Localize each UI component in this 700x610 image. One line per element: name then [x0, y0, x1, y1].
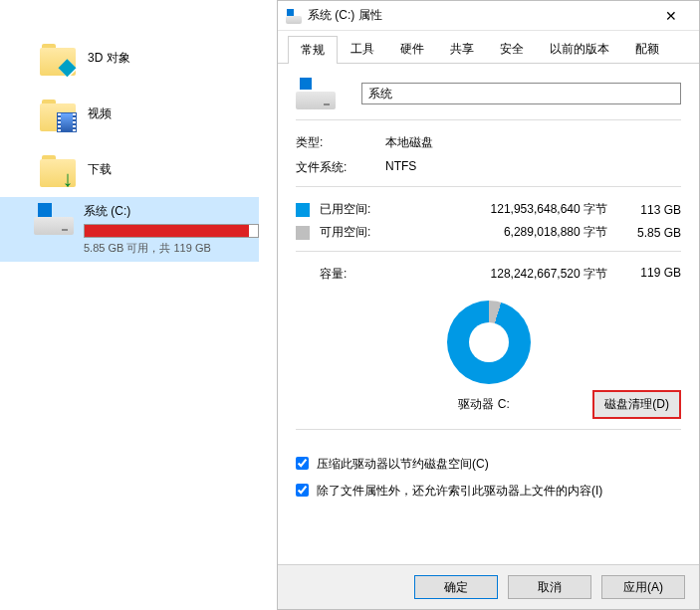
used-space-label: 已用空间:	[320, 201, 409, 218]
index-label: 除了文件属性外，还允许索引此驱动器上文件的内容(I)	[317, 483, 602, 500]
film-icon	[56, 111, 78, 133]
divider	[296, 186, 681, 187]
drive-icon	[296, 78, 336, 109]
capacity-label: 容量:	[320, 266, 395, 283]
download-arrow-icon: ↓	[58, 169, 78, 189]
titlebar: 系统 (C:) 属性 ✕	[278, 1, 699, 31]
filesystem-value: NTFS	[385, 159, 416, 176]
apply-button[interactable]: 应用(A)	[601, 575, 685, 599]
folder-downloads[interactable]: ↓ 下载	[0, 141, 277, 197]
divider	[296, 251, 681, 252]
free-space-human: 5.85 GB	[625, 226, 681, 240]
cube-3d-icon: ◆	[56, 56, 78, 78]
tab-strip: 常规 工具 硬件 共享 安全 以前的版本 配额	[278, 31, 699, 64]
dialog-title: 系统 (C:) 属性	[308, 7, 651, 24]
free-space-swatch	[296, 226, 310, 240]
used-space-human: 113 GB	[625, 203, 681, 217]
capacity-human: 119 GB	[625, 266, 681, 283]
disk-cleanup-button[interactable]: 磁盘清理(D)	[592, 390, 681, 419]
folder-label: 视频	[88, 105, 112, 122]
folder-label: 3D 对象	[88, 50, 130, 67]
divider	[296, 429, 681, 430]
dialog-footer: 确定 取消 应用(A)	[278, 564, 699, 609]
tab-general[interactable]: 常规	[288, 36, 338, 64]
drive-name-input[interactable]	[361, 83, 681, 104]
index-checkbox-row[interactable]: 除了文件属性外，还允许索引此驱动器上文件的内容(I)	[296, 483, 681, 500]
drive-usage-bar	[84, 224, 259, 238]
folder-label: 下载	[88, 161, 112, 178]
folder-icon: ◆	[40, 40, 76, 76]
drive-icon	[286, 8, 302, 24]
free-space-label: 可用空间:	[320, 224, 409, 241]
properties-dialog: 系统 (C:) 属性 ✕ 常规 工具 硬件 共享 安全 以前的版本 配额 类型:…	[277, 0, 700, 610]
drive-subtext: 5.85 GB 可用，共 119 GB	[84, 241, 259, 256]
folder-icon	[40, 96, 76, 131]
free-space-bytes: 6,289,018,880 字节	[409, 224, 625, 241]
ok-button[interactable]: 确定	[414, 575, 498, 599]
used-space-bytes: 121,953,648,640 字节	[409, 201, 625, 218]
folder-videos[interactable]: 视频	[0, 86, 277, 141]
tab-content: 类型:本地磁盘 文件系统:NTFS 已用空间: 121,953,648,640 …	[278, 64, 699, 564]
tab-hardware[interactable]: 硬件	[387, 35, 437, 63]
folder-3d-objects[interactable]: ◆ 3D 对象	[0, 30, 277, 86]
capacity-bytes: 128,242,667,520 字节	[395, 266, 625, 283]
divider	[296, 119, 681, 120]
usage-donut-chart	[447, 301, 531, 384]
tab-previous-versions[interactable]: 以前的版本	[537, 35, 622, 63]
tab-quota[interactable]: 配额	[622, 35, 672, 63]
drive-c-item[interactable]: 系统 (C:) 5.85 GB 可用，共 119 GB	[0, 197, 259, 262]
drive-name: 系统 (C:)	[84, 203, 259, 220]
close-button[interactable]: ✕	[651, 1, 691, 31]
tab-security[interactable]: 安全	[487, 35, 537, 63]
used-space-swatch	[296, 203, 310, 217]
tab-sharing[interactable]: 共享	[437, 35, 487, 63]
compress-checkbox[interactable]	[296, 457, 309, 470]
index-checkbox[interactable]	[296, 484, 309, 497]
drive-letter-label: 驱动器 C:	[296, 396, 592, 413]
type-value: 本地磁盘	[385, 134, 433, 151]
compress-label: 压缩此驱动器以节约磁盘空间(C)	[317, 456, 489, 473]
tab-tools[interactable]: 工具	[338, 35, 387, 63]
compress-checkbox-row[interactable]: 压缩此驱动器以节约磁盘空间(C)	[296, 456, 681, 473]
drive-icon	[34, 203, 74, 235]
explorer-sidebar: ◆ 3D 对象 视频 ↓ 下载 系统 (C:) 5.85 GB 可用，共 119…	[0, 30, 277, 262]
type-label: 类型:	[296, 134, 385, 151]
cancel-button[interactable]: 取消	[508, 575, 591, 599]
folder-icon: ↓	[40, 151, 76, 187]
filesystem-label: 文件系统:	[296, 159, 385, 176]
